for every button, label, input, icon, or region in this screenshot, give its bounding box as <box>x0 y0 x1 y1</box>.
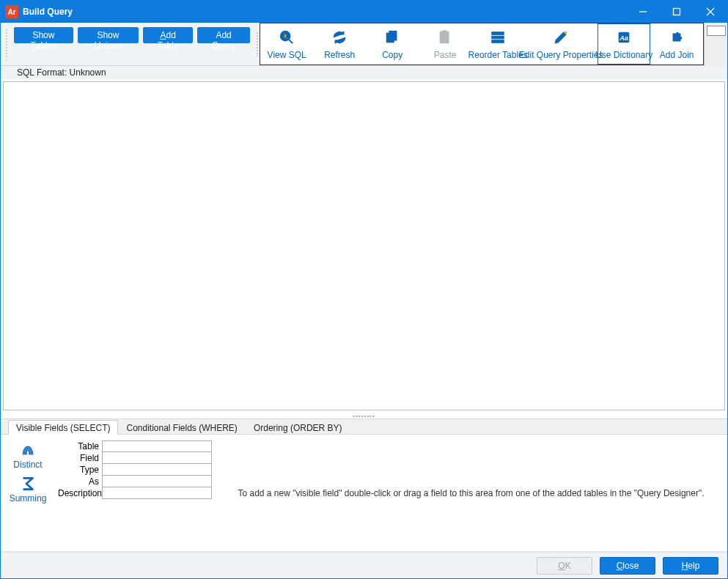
side-tools: Distinct Summing <box>8 440 48 545</box>
input-field[interactable] <box>102 452 212 464</box>
side-swatch <box>704 23 727 66</box>
svg-rect-11 <box>492 32 504 35</box>
svg-rect-1 <box>674 9 680 15</box>
toolbar-area: Show Tables Show Unions Add Table Add Qu… <box>1 23 727 66</box>
tab-conditional-fields[interactable]: Conditional Fields (WHERE) <box>118 420 245 435</box>
svg-line-5 <box>289 40 293 44</box>
tab-visible-fields[interactable]: Visible Fields (SELECT) <box>8 420 118 435</box>
magnifier-lightning-icon <box>279 28 295 47</box>
close-button[interactable]: Close <box>600 557 655 575</box>
refresh-button[interactable]: Refresh <box>313 23 366 64</box>
ribbon-toolbar: View SQL Refresh Copy Paste Reorder Tabl… <box>260 23 704 65</box>
refresh-icon <box>331 28 348 47</box>
use-dictionary-button[interactable]: Aa Use Dictionary <box>598 23 650 64</box>
dictionary-icon: Aa <box>616 28 632 47</box>
paste-icon <box>437 28 453 47</box>
distinct-tool[interactable]: Distinct <box>13 440 42 470</box>
summing-tool[interactable]: Summing <box>10 474 47 504</box>
app-icon: Ar <box>5 5 18 18</box>
show-unions-button[interactable]: Show Unions <box>78 27 139 43</box>
show-tables-button[interactable]: Show Tables <box>14 27 73 43</box>
add-query-button[interactable]: Add Query <box>197 27 250 43</box>
svg-rect-13 <box>492 40 504 43</box>
left-toolbar: Show Tables Show Unions Add Table Add Qu… <box>1 23 254 65</box>
svg-rect-10 <box>443 31 447 34</box>
svg-point-14 <box>565 32 567 34</box>
puzzle-icon <box>669 28 685 47</box>
view-sql-button[interactable]: View SQL <box>260 23 313 64</box>
reorder-tables-icon <box>490 28 506 47</box>
window-title: Build Query <box>23 7 73 17</box>
visible-fields-hint: To add a new "visible field" double-clic… <box>222 440 720 545</box>
close-window-button[interactable] <box>694 1 727 23</box>
label-field: Field <box>58 453 102 463</box>
input-table[interactable] <box>102 440 212 452</box>
copy-icon <box>384 28 400 47</box>
help-button[interactable]: Help <box>663 557 718 575</box>
input-description[interactable] <box>102 487 212 499</box>
paste-button: Paste <box>419 23 471 64</box>
edit-pencil-icon <box>553 28 569 47</box>
tab-ordering[interactable]: Ordering (ORDER BY) <box>246 420 350 435</box>
label-description: Description <box>58 488 102 498</box>
bottom-tabs: Visible Fields (SELECT) Conditional Fiel… <box>1 418 727 435</box>
dialog-footer: OK Close Help <box>1 552 727 578</box>
edit-query-properties-button[interactable]: Edit Query Properties <box>524 23 598 64</box>
copy-button[interactable]: Copy <box>366 23 419 64</box>
reorder-tables-button[interactable]: Reorder Tables <box>471 23 524 64</box>
label-table: Table <box>58 441 102 451</box>
query-designer-canvas[interactable] <box>3 81 725 410</box>
sigma-icon <box>18 474 37 493</box>
titlebar: Ar Build Query <box>1 1 727 23</box>
svg-rect-12 <box>492 36 504 39</box>
label-type: Type <box>58 465 102 475</box>
svg-rect-8 <box>390 32 397 40</box>
input-as[interactable] <box>102 476 212 487</box>
input-type[interactable] <box>102 464 212 476</box>
fingerprint-icon <box>18 440 37 460</box>
add-join-button[interactable]: Add Join <box>650 23 703 64</box>
splitter-handle[interactable]: •••••••• <box>1 413 727 418</box>
field-properties-grid: Table Field Type As Description <box>58 440 212 545</box>
sql-format-status: SQL Format: Unknown <box>1 66 727 79</box>
maximize-button[interactable] <box>660 1 694 23</box>
minimize-button[interactable] <box>626 1 660 23</box>
bottom-panel: Distinct Summing Table Field Type As Des… <box>1 435 727 552</box>
svg-text:Aa: Aa <box>619 34 628 42</box>
toolbar-gripper[interactable] <box>254 23 260 65</box>
ok-button: OK <box>537 557 592 575</box>
add-table-button[interactable]: Add Table <box>143 27 193 43</box>
label-as: As <box>58 476 102 487</box>
